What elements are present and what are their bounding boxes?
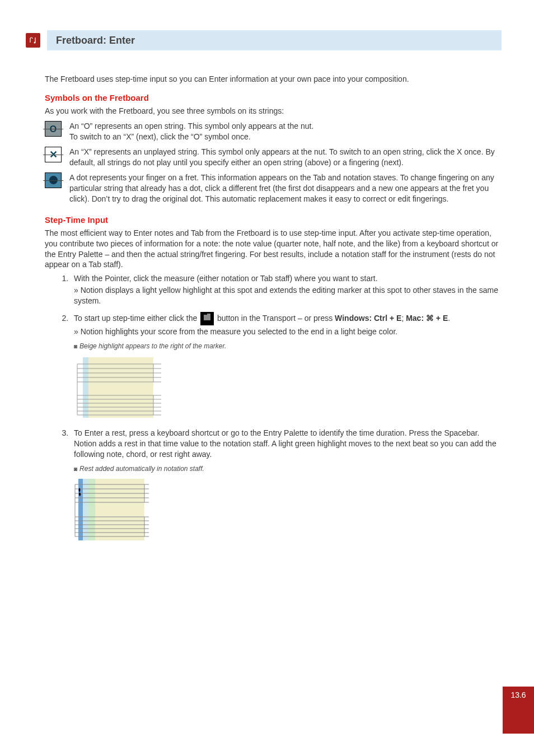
figure-rest-added	[74, 477, 152, 544]
step-1: With the Pointer, click the measure (eit…	[71, 273, 502, 306]
svg-rect-18	[78, 479, 83, 540]
step-3-text: To Enter a rest, press a keyboard shortc…	[74, 428, 496, 459]
unplayed-string-icon	[45, 147, 62, 162]
step-2-mac-key: ⌘ + E	[424, 314, 448, 323]
symbol-row-o: An “O” represents an open string. This s…	[45, 121, 502, 142]
svg-rect-21	[88, 479, 95, 540]
steptime-button-icon	[200, 312, 214, 325]
app-logo-icon	[26, 33, 40, 48]
symbols-lead: As you work with the Fretboard, you see …	[45, 106, 502, 116]
step-2-post-a: button in the Transport – or press	[215, 314, 335, 323]
caption-2-text: Rest added automatically in notation sta…	[79, 465, 204, 473]
section-heading-symbols: Symbols on the Fretboard	[45, 92, 502, 104]
finger-dot-text: A dot represents your finger on a fret. …	[69, 172, 502, 204]
caption-2: ◙Rest added automatically in notation st…	[74, 464, 502, 473]
step-2-mac-label: Mac:	[406, 314, 424, 323]
symbol-row-x: An “X” represents an unplayed string. Th…	[45, 147, 502, 168]
unplayed-string-text: An “X” represents an unplayed string. Th…	[69, 147, 502, 168]
step-3: To Enter a rest, press a keyboard shortc…	[71, 428, 502, 544]
section-heading-steptime: Step-Time Input	[45, 214, 502, 226]
step-2-sep: ;	[401, 314, 406, 323]
svg-rect-2	[83, 357, 88, 418]
page-number-badge: 13.6	[503, 687, 534, 734]
symbol-row-dot: A dot represents your finger on a fret. …	[45, 172, 502, 204]
svg-point-1	[34, 42, 36, 44]
step-2-end: .	[448, 314, 450, 323]
step-2-win-key: Ctrl + E	[372, 314, 401, 323]
intro-paragraph: The Fretboard uses step-time input so yo…	[45, 74, 502, 85]
figure-beige-highlight	[74, 354, 165, 421]
svg-rect-20	[88, 479, 144, 540]
step-1-main: With the Pointer, click the measure (eit…	[74, 274, 378, 283]
step-2-sub: » Notion highlights your score from the …	[74, 326, 502, 337]
steptime-paragraph: The most efficient way to Enter notes an…	[45, 228, 502, 270]
page-number: 13.6	[510, 690, 526, 701]
caption-1-text: Beige highlight appears to the right of …	[79, 342, 226, 350]
step-list: With the Pointer, click the measure (eit…	[45, 273, 502, 544]
title-bar: Fretboard: Enter	[26, 30, 502, 50]
step-2-pre: To start up step-time either click the	[74, 314, 199, 323]
step-2: To start up step-time either click the b…	[71, 312, 502, 421]
svg-rect-3	[88, 357, 153, 418]
caption-bullet-icon: ◙	[74, 343, 77, 351]
finger-dot-icon	[45, 172, 62, 188]
caption-bullet-icon: ◙	[74, 465, 77, 473]
svg-rect-19	[83, 479, 88, 540]
page-title: Fretboard: Enter	[47, 30, 502, 50]
open-string-text: An “O” represents an open string. This s…	[69, 121, 313, 142]
open-string-line2: To switch to an “X” (next), click the “O…	[69, 132, 251, 141]
open-string-icon	[45, 121, 62, 137]
step-1-sub: » Notion displays a light yellow highlig…	[74, 285, 502, 306]
caption-1: ◙Beige highlight appears to the right of…	[74, 342, 502, 351]
step-2-win-label: Windows:	[335, 314, 372, 323]
open-string-line1: An “O” represents an open string. This s…	[69, 122, 313, 130]
